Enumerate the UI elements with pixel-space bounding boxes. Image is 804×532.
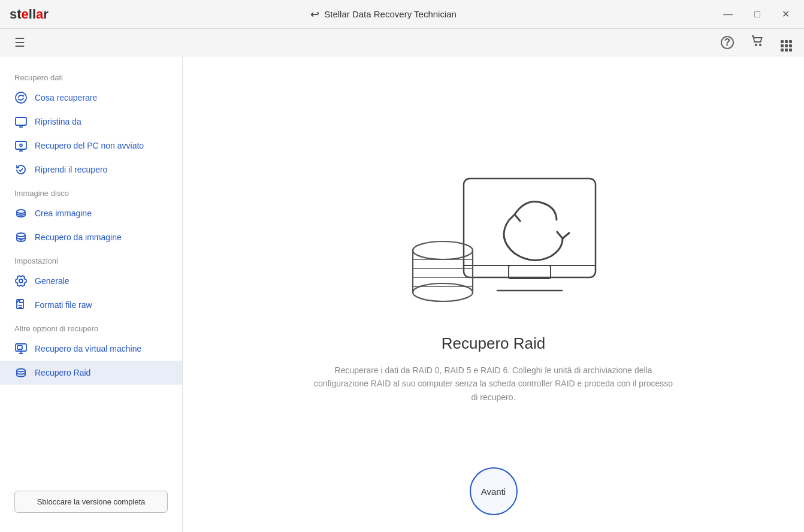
svg-rect-19 bbox=[17, 346, 22, 349]
sidebar-item-recupero-pc[interactable]: Recupero del PC non avviato bbox=[0, 134, 182, 158]
close-button[interactable]: ✕ bbox=[777, 6, 794, 22]
avanti-button[interactable]: Avanti bbox=[470, 467, 518, 515]
titlebar-right: — □ ✕ bbox=[718, 6, 794, 22]
svg-rect-6 bbox=[16, 141, 26, 149]
sidebar-label-ripristina-da: Ripristina da bbox=[35, 117, 81, 126]
svg-rect-24 bbox=[509, 265, 551, 279]
main-layout: Recupero dati Cosa recuperare bbox=[0, 56, 804, 532]
titlebar-center: ↩ Stellar Data Recovery Technician bbox=[310, 8, 457, 21]
section-recupero-dati: Recupero dati bbox=[0, 66, 182, 86]
avanti-label: Avanti bbox=[481, 486, 506, 497]
svg-rect-3 bbox=[16, 117, 26, 125]
svg-point-1 bbox=[760, 44, 761, 46]
sidebar: Recupero dati Cosa recuperare bbox=[0, 56, 183, 532]
section-immagine-disco: Immagine disco bbox=[0, 182, 182, 201]
svg-point-2 bbox=[16, 92, 26, 103]
unlock-button[interactable]: Sbloccare la versione completa bbox=[14, 491, 168, 513]
refresh-check-icon bbox=[14, 163, 28, 176]
titlebar-left: stellar bbox=[10, 7, 49, 22]
raid-illustration bbox=[380, 161, 607, 316]
sidebar-item-virtual-machine[interactable]: Recupero da virtual machine bbox=[0, 337, 182, 361]
gear-icon bbox=[14, 274, 28, 288]
svg-point-12 bbox=[19, 279, 23, 283]
apps-icon bbox=[781, 40, 792, 52]
sidebar-label-virtual-machine: Recupero da virtual machine bbox=[35, 344, 141, 353]
svg-point-10 bbox=[17, 210, 25, 213]
sidebar-item-recupero-raid[interactable]: Recupero Raid bbox=[0, 361, 182, 385]
svg-rect-21 bbox=[464, 179, 596, 277]
sidebar-item-ripristina-da[interactable]: Ripristina da bbox=[0, 110, 182, 134]
disk-image2-icon bbox=[14, 231, 28, 244]
sidebar-label-cosa-recuperare: Cosa recuperare bbox=[35, 93, 97, 102]
sidebar-label-crea-immagine: Crea immagine bbox=[35, 208, 92, 218]
sidebar-label-riprendi-recupero: Riprendi il recupero bbox=[35, 165, 107, 174]
sidebar-item-cosa-recuperare[interactable]: Cosa recuperare bbox=[0, 86, 182, 110]
titlebar: stellar ↩ Stellar Data Recovery Technici… bbox=[0, 0, 804, 29]
app-title: Stellar Data Recovery Technician bbox=[324, 9, 457, 19]
disk-image-icon bbox=[14, 207, 28, 220]
svg-point-0 bbox=[755, 44, 757, 46]
sidebar-item-generale[interactable]: Generale bbox=[0, 269, 182, 293]
monitor-icon bbox=[14, 115, 28, 128]
sidebar-content: Recupero dati Cosa recuperare bbox=[0, 66, 182, 481]
content-area: Recupero Raid Recuperare i dati da RAID … bbox=[183, 56, 804, 532]
minimize-button[interactable]: — bbox=[718, 7, 737, 22]
cart-icon bbox=[751, 38, 764, 50]
help-icon: ? bbox=[721, 36, 734, 49]
sidebar-item-formati-file-raw[interactable]: Formati file raw bbox=[0, 293, 182, 317]
sidebar-label-recupero-pc: Recupero del PC non avviato bbox=[35, 141, 144, 150]
monitor-settings-icon bbox=[14, 139, 28, 152]
section-altre-opzioni: Altre opzioni di recupero bbox=[0, 317, 182, 337]
content-title: Recupero Raid bbox=[442, 334, 545, 353]
refresh-circle-icon bbox=[14, 91, 28, 104]
sidebar-label-recupero-da-immagine: Recupero da immagine bbox=[35, 232, 122, 242]
sidebar-item-recupero-da-immagine[interactable]: Recupero da immagine bbox=[0, 225, 182, 249]
sidebar-label-generale: Generale bbox=[35, 276, 69, 286]
svg-point-11 bbox=[17, 233, 25, 237]
sidebar-item-crea-immagine[interactable]: Crea immagine bbox=[0, 201, 182, 225]
logo: stellar bbox=[10, 7, 49, 22]
apps-button[interactable] bbox=[778, 31, 794, 54]
section-impostazioni: Impostazioni bbox=[0, 249, 182, 269]
back-icon: ↩ bbox=[310, 8, 319, 21]
raid-icon bbox=[14, 366, 28, 379]
maximize-button[interactable]: □ bbox=[749, 7, 765, 22]
content-illustration bbox=[380, 161, 607, 316]
sidebar-footer: Sbloccare la versione completa bbox=[0, 481, 182, 522]
file-raw-icon bbox=[14, 298, 28, 312]
vm-icon bbox=[14, 342, 28, 355]
toolbar-left: ☰ bbox=[10, 33, 30, 52]
sidebar-item-riprendi-recupero[interactable]: Riprendi il recupero bbox=[0, 158, 182, 182]
sidebar-label-formati-file-raw: Formati file raw bbox=[35, 300, 92, 310]
sidebar-label-recupero-raid: Recupero Raid bbox=[35, 368, 90, 377]
cart-button[interactable] bbox=[748, 32, 766, 53]
toolbar: ☰ ? bbox=[0, 29, 804, 56]
svg-point-20 bbox=[17, 369, 25, 372]
menu-button[interactable]: ☰ bbox=[10, 33, 30, 52]
svg-point-9 bbox=[20, 144, 22, 147]
content-description: Recuperare i dati da RAID 0, RAID 5 e RA… bbox=[314, 364, 673, 404]
help-button[interactable]: ? bbox=[718, 34, 736, 52]
toolbar-right: ? bbox=[718, 31, 794, 54]
